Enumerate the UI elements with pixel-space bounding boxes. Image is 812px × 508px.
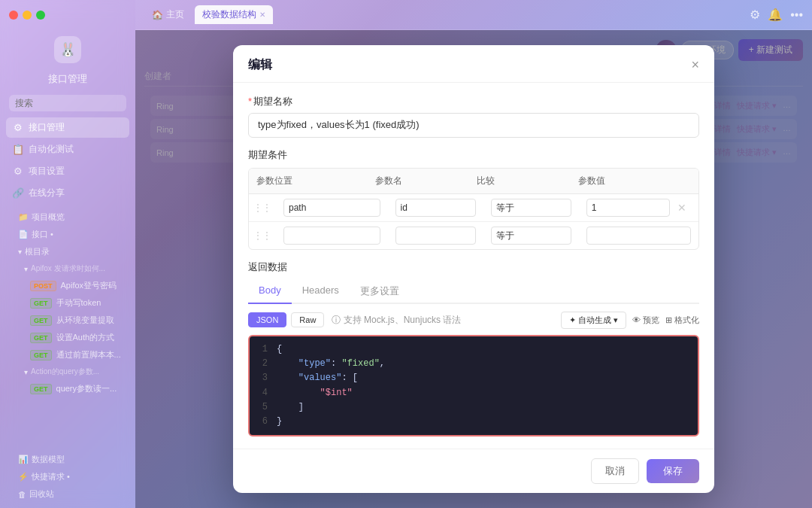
param-name-input-1[interactable] [395, 199, 476, 217]
quick-request-icon: ⚡ [18, 472, 29, 482]
expected-name-label: * 期望名称 [248, 95, 699, 108]
automation-icon: 📋 [12, 144, 24, 156]
method-post-badge: POST [30, 281, 56, 291]
sidebar-item-automation[interactable]: 📋 自动化测试 [6, 139, 129, 160]
tree-item-get-pre[interactable]: GET 通过前置脚本本... [6, 347, 129, 363]
sidebar: 🐰 接口管理 ⚙ 接口管理 📋 自动化测试 ⚙ 项目设置 🔗 在线分享 📁 [0, 0, 135, 508]
doc-icon: 📄 [18, 230, 29, 239]
method-get-badge-4: GET [30, 350, 52, 360]
tree-item-overview[interactable]: 📁 项目概览 [6, 209, 129, 225]
app-shell: 🐰 接口管理 ⚙ 接口管理 📋 自动化测试 ⚙ 项目设置 🔗 在线分享 📁 [0, 0, 812, 508]
condition-row-1: ⋮⋮ path query header body [249, 194, 698, 222]
format-json-button[interactable]: JSON [248, 312, 286, 327]
code-line-4: 4 "$int" [256, 386, 692, 400]
bell-icon[interactable]: 🔔 [768, 8, 783, 22]
tree-item-action[interactable]: Action的query参数... [6, 364, 129, 379]
share-icon: 🔗 [12, 187, 24, 199]
param-value-input-2[interactable] [586, 227, 691, 245]
tree-item-apifox-request[interactable]: Apifox 发请求时如何... [6, 261, 129, 276]
code-line-3: 3 "values": [ [256, 371, 692, 385]
home-icon: 🏠 [152, 10, 163, 20]
sidebar-item-share-label: 在线分享 [29, 187, 65, 199]
sub-tabs: Body Headers 更多设置 [248, 280, 699, 304]
col-header-compare: 比较 [477, 175, 495, 186]
tree-item-root[interactable]: 根目录 [6, 244, 129, 260]
minimize-traffic-light[interactable] [23, 11, 32, 20]
tab-more-settings[interactable]: 更多设置 [350, 280, 410, 304]
tree-item-get-auth[interactable]: GET 设置Auth的方式 [6, 330, 129, 345]
method-get-badge-3: GET [30, 333, 52, 343]
sidebar-item-data-model[interactable]: 📊 数据模型 [6, 452, 129, 467]
return-data-label: 返回数据 [248, 260, 699, 274]
method-get-badge-1: GET [30, 298, 52, 309]
data-model-icon: 📊 [18, 455, 29, 464]
trash-icon: 🗑 [18, 490, 26, 499]
code-line-2: 2 "type": "fixed", [256, 357, 692, 371]
sidebar-item-settings[interactable]: ⚙ 项目设置 [6, 161, 129, 181]
preview-button[interactable]: 👁 预览 [632, 315, 659, 326]
expected-name-input[interactable] [248, 113, 699, 138]
code-line-1: 1 { [256, 342, 692, 357]
col-header-value: 参数值 [578, 175, 605, 186]
col-header-position: 参数位置 [256, 175, 292, 186]
sidebar-item-quick-request[interactable]: ⚡ 快捷请求 • [6, 469, 129, 485]
sidebar-item-automation-label: 自动化测试 [29, 143, 74, 156]
traffic-lights [9, 11, 45, 20]
format-button[interactable]: ⊞ 格式化 [665, 315, 699, 326]
param-value-input-1[interactable] [586, 199, 670, 217]
param-name-input-2[interactable] [395, 227, 476, 245]
tab-validate-schema[interactable]: 校验数据结构 ✕ [195, 5, 273, 24]
interface-icon: ⚙ [12, 122, 24, 134]
row-handle-1: ⋮⋮ [249, 202, 276, 213]
modal-footer: 取消 保存 [233, 449, 714, 493]
mock-hint: ⓘ 支持 Mock.js、Nunjucks 语法 [332, 314, 461, 327]
tab-body[interactable]: Body [248, 280, 292, 304]
tree-item-post-login[interactable]: POST Apifox登号密码 [6, 278, 129, 294]
app-logo: 🐰 [54, 36, 81, 63]
code-editor[interactable]: 1 { 2 "type": "fixed", 3 "values": [ [248, 335, 699, 437]
row-handle-2: ⋮⋮ [249, 230, 276, 241]
sidebar-item-settings-label: 项目设置 [29, 165, 65, 178]
compare-select-2[interactable]: 等于 [491, 227, 571, 245]
compare-select-1[interactable]: 等于 不等于 包含 [491, 199, 571, 217]
tab-bar: 🏠 主页 校验数据结构 ✕ [144, 5, 744, 24]
position-select-1[interactable]: path query header body [283, 199, 380, 217]
condition-table: 参数位置 参数名 比较 参数值 [248, 168, 699, 250]
search-input[interactable] [9, 95, 126, 111]
format-raw-button[interactable]: Raw [291, 312, 324, 327]
modal-body: * 期望名称 期望条件 参数位置 参 [233, 83, 714, 449]
modal-header: 编辑 × [233, 45, 714, 83]
more-icon[interactable]: ••• [790, 8, 803, 22]
save-button[interactable]: 保存 [647, 459, 699, 483]
maximize-traffic-light[interactable] [36, 11, 45, 20]
settings-icon: ⚙ [12, 166, 24, 178]
tree-item-query[interactable]: GET query参数读一... [6, 381, 129, 397]
position-select-2[interactable]: path query [283, 227, 380, 245]
gear-icon[interactable]: ⚙ [750, 8, 760, 22]
delete-row-1-button[interactable]: ✕ [673, 202, 691, 214]
tree-item-get-env[interactable]: GET 从环境变量提取 [6, 312, 129, 328]
condition-row-2: ⋮⋮ path query [249, 222, 698, 249]
modal-close-button[interactable]: × [691, 58, 699, 71]
tab-headers[interactable]: Headers [292, 280, 350, 304]
body-toolbar-right: ✦ 自动生成 ▾ 👁 预览 ⊞ 格式化 [561, 312, 699, 329]
sidebar-item-share[interactable]: 🔗 在线分享 [6, 183, 129, 203]
tree-item-get-token[interactable]: GET 手动写token [6, 295, 129, 311]
sidebar-bottom: 📊 数据模型 ⚡ 快捷请求 • 🗑 回收站 [0, 446, 135, 508]
sidebar-item-interface-label: 接口管理 [29, 121, 65, 134]
cancel-button[interactable]: 取消 [591, 458, 639, 484]
condition-section-title: 期望条件 [248, 148, 699, 162]
sidebar-item-interface[interactable]: ⚙ 接口管理 [6, 117, 129, 138]
tab-close-icon[interactable]: ✕ [259, 11, 265, 19]
body-toolbar: JSON Raw ⓘ 支持 Mock.js、Nunjucks 语法 ✦ 自动生成… [248, 312, 699, 329]
condition-table-header: 参数位置 参数名 比较 参数值 [249, 169, 698, 194]
auto-generate-button[interactable]: ✦ 自动生成 ▾ [561, 312, 626, 329]
modal-edit: 编辑 × * 期望名称 期望条件 [233, 45, 714, 493]
sidebar-item-trash[interactable]: 🗑 回收站 [6, 486, 129, 502]
modal-overlay: 编辑 × * 期望名称 期望条件 [135, 30, 812, 508]
tree-item-interface[interactable]: 📄 接口 • [6, 227, 129, 242]
topbar: 🏠 主页 校验数据结构 ✕ ⚙ 🔔 ••• [135, 0, 812, 30]
close-traffic-light[interactable] [9, 11, 18, 20]
tab-home[interactable]: 🏠 主页 [144, 5, 192, 24]
sidebar-nav: ⚙ 接口管理 📋 自动化测试 ⚙ 项目设置 🔗 在线分享 📁 项目概览 📄 [0, 117, 135, 446]
